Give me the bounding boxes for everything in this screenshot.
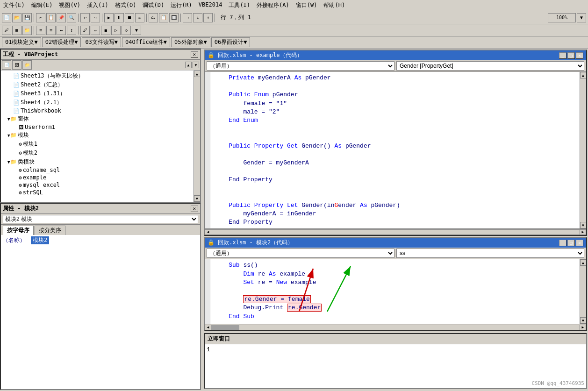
menu-debug[interactable]: 调试(D) <box>141 1 165 10</box>
tb2-8[interactable]: 🖊 <box>80 26 90 35</box>
tb-undo[interactable]: ↩ <box>80 13 90 22</box>
code-w1-right-dropdown[interactable]: Gender [PropertyGet] <box>396 61 584 71</box>
props-tab-alpha[interactable]: 按字母序 <box>3 226 34 235</box>
project-scrollbar[interactable]: ▲ ▼ <box>194 71 200 202</box>
tree-classmodules[interactable]: ▼ 📁 类模块 <box>2 157 193 166</box>
code-w2-hscroll-right[interactable]: ▶ <box>580 325 586 330</box>
tb2-11[interactable]: ▷ <box>111 26 121 35</box>
tree-colname-sql[interactable]: ⚙ colname_sql <box>2 166 193 174</box>
code-w1-minimize[interactable]: _ <box>559 52 566 59</box>
code-w1-scrollbar[interactable]: ▲ ▼ <box>580 72 586 228</box>
proj-v-up[interactable]: ▲ <box>194 71 201 77</box>
code-w1-close[interactable]: ✕ <box>576 52 583 59</box>
tree-sheet13[interactable]: 📄 Sheet13（与昨天比较） <box>2 71 193 80</box>
tb-proj[interactable]: 🗂 <box>149 13 158 22</box>
forms-expand-icon[interactable]: ▼ <box>7 117 10 121</box>
tb-find[interactable]: 🔍 <box>67 13 76 22</box>
tb-out[interactable]: ↑ <box>203 13 213 22</box>
code-w1-scroll-up[interactable]: ▲ <box>580 72 587 78</box>
proj-v-down[interactable]: ▼ <box>194 195 201 202</box>
custom-btn-02[interactable]: 02错误处理▼ <box>42 37 81 47</box>
project-close-btn[interactable]: ✕ <box>191 51 198 58</box>
tb-step[interactable]: → <box>183 13 192 22</box>
code-area-2[interactable]: Sub ss() Dim re As example Set re = New … <box>210 259 580 324</box>
code-w2-scrollbar[interactable]: ▲ ▼ <box>580 259 586 324</box>
tb-obj[interactable]: 🔲 <box>169 13 179 22</box>
zoom-box[interactable]: 100% <box>548 13 576 22</box>
props-close-btn[interactable]: ✕ <box>191 206 198 212</box>
custom-btn-05[interactable]: 05外部对象▼ <box>171 37 210 47</box>
proj-view-code[interactable]: 📄 <box>2 60 11 70</box>
tree-example[interactable]: ⚙ example <box>2 174 193 181</box>
menu-edit[interactable]: 编辑(E) <box>30 1 54 10</box>
props-tab-category[interactable]: 按分类序 <box>35 226 65 235</box>
tb2-4[interactable]: ≡ <box>36 26 45 35</box>
code-w1-hscroll-left[interactable]: ◀ <box>205 229 211 235</box>
tb-run[interactable]: ▶ <box>104 13 114 22</box>
tree-userform1[interactable]: 🖼 UserForm1 <box>2 123 193 131</box>
proj-scroll-down[interactable]: ▼ <box>193 62 199 68</box>
menu-addins[interactable]: 外接程序(A) <box>255 1 291 10</box>
tb-copy[interactable]: 📋 <box>46 13 56 22</box>
code-w1-hscroll-right[interactable]: ▶ <box>580 229 586 235</box>
code-w2-scroll-up[interactable]: ▲ <box>580 259 587 266</box>
immediate-content[interactable]: 1 <box>205 344 586 388</box>
proj-toggle[interactable]: 📁 <box>22 60 32 70</box>
code-w1-scroll-down[interactable]: ▼ <box>580 222 587 228</box>
tree-mysql-excel[interactable]: ⚙ mysql_excel <box>2 181 193 189</box>
tb2-5[interactable]: ≡ <box>46 26 56 35</box>
menu-run[interactable]: 运行(R) <box>169 1 194 10</box>
tb2-3[interactable]: 📁 <box>22 26 32 35</box>
tb-save[interactable]: 💾 <box>22 13 32 22</box>
modules-expand-icon[interactable]: ▼ <box>7 133 10 138</box>
proj-view-obj[interactable]: 🖼 <box>12 60 22 70</box>
code-w2-minimize[interactable]: _ <box>559 240 566 246</box>
tree-forms[interactable]: ▼ 📁 窗体 <box>2 114 193 123</box>
code-w1-left-dropdown[interactable]: （通用） <box>207 61 394 71</box>
custom-btn-01[interactable]: 01模块定义▼ <box>2 37 41 47</box>
code-w2-hscroll-left[interactable]: ◀ <box>205 325 211 330</box>
tb2-9[interactable]: ✏ <box>91 26 100 35</box>
tb-paste[interactable]: 📌 <box>57 13 66 22</box>
menu-tools[interactable]: 工具(I) <box>227 1 251 10</box>
tree-sheet3[interactable]: 📄 Sheet3（1.31） <box>2 89 193 98</box>
tb-cut[interactable]: ✂ <box>36 13 45 22</box>
menu-window[interactable]: 窗口(W) <box>294 1 319 10</box>
code-w2-scroll-down[interactable]: ▼ <box>580 317 587 324</box>
tb2-13[interactable]: ▼ <box>132 26 141 35</box>
tb-zoom-drop[interactable]: ▼ <box>577 13 586 22</box>
code-w1-restore[interactable]: □ <box>567 52 575 59</box>
menu-format[interactable]: 格式(O) <box>114 1 138 10</box>
tree-sheet2[interactable]: 📄 Sheet2（汇总） <box>2 80 193 89</box>
tb-open[interactable]: 📂 <box>12 13 22 22</box>
tree-module2[interactable]: ⚙ 模块2 <box>2 149 193 157</box>
tree-thisworkbook[interactable]: 📄 ThisWorkbook <box>2 107 193 114</box>
tb2-10[interactable]: ◼ <box>101 26 110 35</box>
code-w2-restore[interactable]: □ <box>567 240 575 246</box>
code-w2-right-dropdown[interactable]: ss <box>396 249 584 258</box>
tb-redo[interactable]: ↪ <box>91 13 100 22</box>
tb2-12[interactable]: ◇ <box>122 26 131 35</box>
tree-module1[interactable]: ⚙ 模块1 <box>2 140 193 149</box>
tb-new[interactable]: 📄 <box>2 13 11 22</box>
menu-view[interactable]: 视图(V) <box>57 1 82 10</box>
custom-btn-04[interactable]: 04Office组件▼ <box>122 37 170 47</box>
custom-btn-06[interactable]: 06界面设计▼ <box>211 37 251 47</box>
custom-btn-03[interactable]: 03文件读写▼ <box>82 37 121 47</box>
tb-pause[interactable]: ⏸ <box>115 13 124 22</box>
tree-strsql[interactable]: ⚙ strSQL <box>2 189 193 196</box>
tb2-1[interactable]: 🖊 <box>2 26 11 35</box>
tb-props[interactable]: 📋 <box>159 13 168 22</box>
props-module-select[interactable]: 模块2 模块 <box>3 215 198 223</box>
classmodules-expand-icon[interactable]: ▼ <box>7 160 10 164</box>
tb2-6[interactable]: ↔ <box>57 26 66 35</box>
tree-modules[interactable]: ▼ 📁 模块 <box>2 131 193 140</box>
tree-sheet4[interactable]: 📄 Sheet4（2.1） <box>2 98 193 107</box>
code-w2-left-dropdown[interactable]: （通用） <box>207 249 394 258</box>
menu-vbe2014[interactable]: VBE2014 <box>197 1 224 10</box>
tb-stop[interactable]: ⏹ <box>125 13 134 22</box>
menu-insert[interactable]: 插入(I) <box>86 1 110 10</box>
code-area-1[interactable]: Private myGenderA As pGender Public Enum… <box>210 72 580 228</box>
tb2-2[interactable]: ▦ <box>12 26 22 35</box>
menu-file[interactable]: 文件(E) <box>2 1 26 10</box>
